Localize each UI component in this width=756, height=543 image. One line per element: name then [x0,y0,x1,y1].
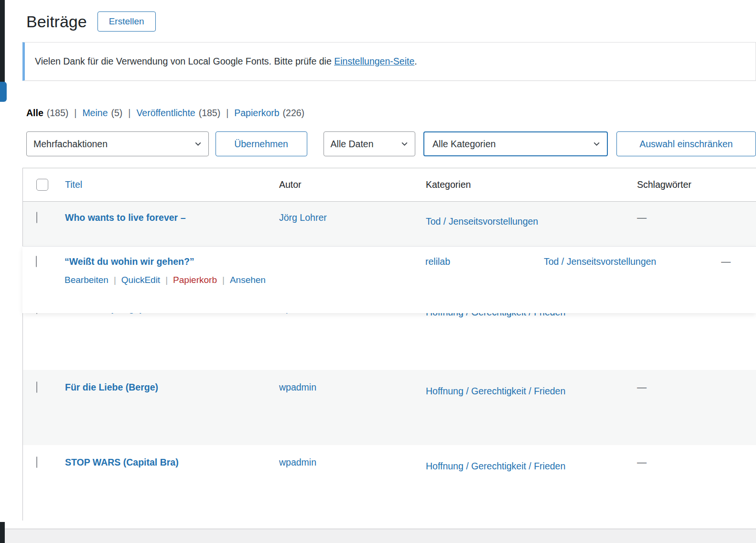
add-new-post-button[interactable]: Erstellen [97,11,156,32]
table-row: Für die Liebe (Berge) wpadmin Hoffnung /… [23,370,756,445]
chevron-down-icon [400,140,409,148]
filter-trash-label[interactable]: Papierkorb [234,108,279,119]
edit-action-link[interactable]: Bearbeiten [65,275,108,285]
column-header-title[interactable]: Titel [65,179,82,190]
dates-filter-value: Alle Daten [331,139,374,150]
filter-button[interactable]: Auswahl einschränken [616,131,756,156]
active-table-row: “Weißt du wohin wir gehen?” Bearbeiten |… [22,246,756,313]
dates-filter-select[interactable]: Alle Daten [324,131,416,156]
admin-sidebar-strip-bottom [0,522,5,543]
bulk-actions-value: Mehrfachaktionen [33,139,108,150]
category-links[interactable]: Tod / Jenseitsvorstellungen [426,212,538,230]
chevron-down-icon [593,140,601,148]
action-separator: | [165,275,168,285]
notice-text-end: . [414,56,417,66]
chevron-down-icon [194,140,202,148]
filter-separator: | [226,108,228,119]
select-all-checkbox[interactable] [36,179,48,191]
row-checkbox[interactable] [36,381,37,393]
category-links[interactable]: Hoffnung / Gerechtigkeit / Frieden [426,457,565,475]
page-header: Beiträge Erstellen [26,0,756,32]
row-checkbox[interactable] [36,212,37,223]
filter-mine-label[interactable]: Meine [82,108,108,119]
quick-edit-action-link[interactable]: QuickEdit [121,275,160,285]
column-header-categories: Kategorien [426,179,471,190]
filter-mine-count: (5) [111,108,123,119]
column-header-author: Autor [279,179,302,190]
trash-action-link[interactable]: Papierkorb [173,275,217,285]
list-table-toolbar: Mehrfachaktionen Übernehmen Alle Daten A… [26,131,756,156]
author-link[interactable]: Jörg Lohrer [279,212,327,223]
post-title-link[interactable]: Who wants to live forever – [65,212,185,223]
page-title: Beiträge [26,12,87,31]
view-action-link[interactable]: Ansehen [230,275,266,285]
column-header-tags: Schlagwörter [637,179,691,190]
filter-all-count: (185) [47,108,69,119]
settings-page-link[interactable]: Einstellungen-Seite [334,56,414,66]
post-title-link[interactable]: “Weißt du wohin wir gehen?” [65,256,194,267]
filter-all-label[interactable]: Alle [26,108,43,119]
bulk-actions-select[interactable]: Mehrfachaktionen [26,131,209,156]
table-row: STOP WARS (Capital Bra) wpadmin Hoffnung… [23,445,756,521]
tags-empty: — [637,382,647,392]
filter-published-label[interactable]: Veröffentlichte [136,108,195,119]
post-title-link[interactable]: STOP WARS (Capital Bra) [65,457,179,467]
tags-empty: — [721,256,731,267]
action-separator: | [222,275,225,285]
filter-separator: | [128,108,130,119]
row-actions: Bearbeiten | QuickEdit | Papierkorb | An… [65,275,425,285]
posts-list-table: Titel Autor Kategorien Schlagwörter Who … [22,168,756,521]
notice-text: Vielen Dank für die Verwendung von Local… [35,56,334,66]
apply-button[interactable]: Übernehmen [216,131,307,156]
filter-all[interactable]: Alle (185) [26,108,68,119]
filter-mine[interactable]: Meine (5) [82,108,122,119]
category-links[interactable]: Hoffnung / Gerechtigkeit / Frieden [426,382,565,400]
admin-sidebar-strip [0,0,5,87]
row-checkbox[interactable] [36,256,37,267]
table-header-row: Titel Autor Kategorien Schlagwörter [23,168,756,202]
action-separator: | [114,275,116,285]
post-status-filters: Alle (185) | Meine (5) | Veröffentlichte… [26,108,756,119]
categories-filter-select[interactable]: Alle Kategorien [423,131,608,156]
category-link[interactable]: relilab [425,256,450,267]
author-link[interactable]: wpadmin [279,457,316,467]
row-checkbox[interactable] [36,456,37,468]
filter-published-count: (185) [199,108,221,119]
admin-notice: Vielen Dank für die Verwendung von Local… [22,42,756,81]
category-links[interactable]: Tod / Jenseitsvorstellungen [544,256,656,267]
table-footer-area [0,529,756,543]
post-title-link[interactable]: Für die Liebe (Berge) [65,382,158,392]
filter-separator: | [74,108,76,119]
tags-empty: — [637,457,647,467]
tags-empty: — [637,212,647,223]
filter-trash[interactable]: Papierkorb (226) [234,108,304,119]
author-link[interactable]: wpadmin [279,382,316,392]
filter-trash-count: (226) [283,108,305,119]
categories-filter-value: Alle Kategorien [432,139,496,150]
admin-sidebar-active-item[interactable] [0,82,7,102]
filter-published[interactable]: Veröffentlichte (185) [136,108,220,119]
